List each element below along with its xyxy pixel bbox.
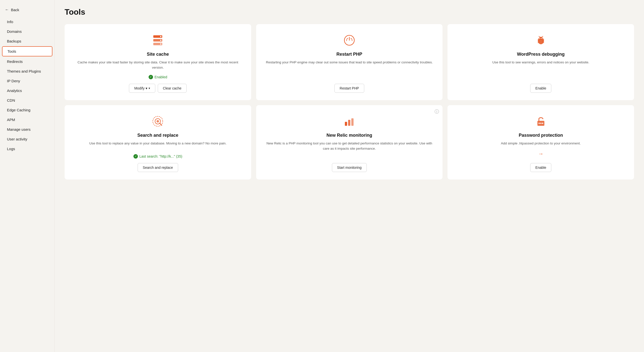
tools-grid: Site cache Cache makes your site load fa…: [64, 24, 634, 179]
sidebar-item-tools[interactable]: Tools: [2, 46, 52, 57]
clear-cache-button[interactable]: Clear cache: [158, 84, 187, 93]
svg-point-21: [156, 120, 159, 123]
svg-line-10: [542, 36, 543, 37]
wp-debugging-actions: Enable: [530, 84, 552, 93]
svg-point-18: [542, 38, 542, 39]
search-replace-desc: Use this tool to replace any value in yo…: [89, 141, 226, 150]
sidebar-item-edge-caching[interactable]: Edge Caching: [2, 105, 52, 115]
new-relic-desc: New Relic is a PHP monitoring tool you c…: [264, 141, 435, 159]
back-arrow-icon: ←: [5, 8, 9, 12]
sidebar-item-info[interactable]: Info: [2, 17, 52, 26]
sidebar-item-redirects[interactable]: Redirects: [2, 57, 52, 66]
site-cache-card: Site cache Cache makes your site load fa…: [64, 24, 251, 100]
arrow-right-icon: →: [538, 151, 544, 157]
restart-php-title: Restart PHP: [336, 52, 362, 57]
site-cache-title: Site cache: [147, 52, 169, 57]
wp-debugging-title: WordPress debugging: [517, 52, 565, 57]
password-protection-actions: Enable: [530, 163, 552, 172]
sidebar-item-cdn[interactable]: CDN: [2, 96, 52, 105]
sidebar-nav: Info Domains Backups Tools Redirects The…: [0, 17, 54, 154]
svg-point-4: [160, 40, 162, 41]
restart-php-desc: Restarting your PHP engine may clear out…: [266, 60, 432, 79]
sidebar-item-backups[interactable]: Backups: [2, 37, 52, 46]
page-title: Tools: [64, 8, 634, 17]
password-protection-icon: [534, 114, 548, 129]
back-button[interactable]: ← Back: [0, 5, 54, 17]
new-relic-card: ⓘ New Relic monitoring New Relic is a PH…: [256, 105, 443, 179]
search-status-check-icon: ✓: [134, 154, 138, 159]
search-replace-card: Search and replace Use this tool to repl…: [64, 105, 251, 179]
svg-point-5: [160, 44, 162, 45]
restart-php-button[interactable]: Restart PHP: [334, 84, 364, 93]
restart-php-icon: [342, 33, 357, 48]
svg-point-28: [540, 123, 542, 124]
search-replace-title: Search and replace: [138, 133, 178, 138]
sidebar-item-user-activity[interactable]: User activity: [2, 135, 52, 144]
new-relic-icon: [342, 114, 357, 129]
svg-rect-24: [348, 120, 350, 126]
sidebar-item-domains[interactable]: Domains: [2, 27, 52, 36]
site-cache-desc: Cache makes your site load faster by sto…: [72, 60, 244, 70]
sidebar-item-analytics[interactable]: Analytics: [2, 86, 52, 95]
start-monitoring-button[interactable]: Start monitoring: [332, 163, 367, 172]
sidebar-item-themes-plugins[interactable]: Themes and Plugins: [2, 67, 52, 76]
password-protection-title: Password protection: [519, 133, 563, 138]
search-replace-status: ✓ Last search: "http://k..." (35): [134, 154, 182, 159]
svg-point-27: [538, 123, 540, 124]
sidebar-item-apm[interactable]: APM: [2, 115, 52, 124]
wp-debugging-card: WordPress debugging Use this tool to see…: [448, 24, 634, 100]
back-label: Back: [11, 8, 19, 12]
search-replace-icon: [150, 114, 165, 129]
new-relic-actions: Start monitoring: [332, 163, 367, 172]
password-protection-card: Password protection Add simple .htpasswd…: [448, 105, 634, 179]
modify-button[interactable]: Modify ▾: [129, 84, 155, 93]
wp-debugging-icon: [534, 33, 548, 48]
wp-debugging-desc: Use this tool to see warnings, errors an…: [492, 60, 589, 79]
svg-rect-23: [345, 122, 347, 126]
restart-php-card: Restart PHP Restarting your PHP engine m…: [256, 24, 443, 100]
svg-point-3: [160, 36, 162, 37]
search-replace-button[interactable]: Search and replace: [138, 163, 178, 172]
svg-rect-25: [351, 118, 354, 126]
sidebar-item-manage-users[interactable]: Manage users: [2, 125, 52, 134]
restart-php-actions: Restart PHP: [334, 84, 364, 93]
site-cache-icon: [150, 33, 165, 48]
new-relic-title: New Relic monitoring: [326, 133, 372, 138]
info-circle-icon[interactable]: ⓘ: [434, 109, 439, 115]
main-content: Tools Site cache Cache makes your site l…: [55, 0, 644, 352]
password-protection-desc: Add simple .htpasswd protection to your …: [501, 141, 581, 146]
wp-debugging-enable-button[interactable]: Enable: [530, 84, 552, 93]
svg-line-9: [539, 36, 540, 37]
sidebar: ← Back Info Domains Backups Tools Redire…: [0, 0, 55, 352]
site-cache-status: ✓ Enabled: [148, 75, 167, 79]
svg-point-29: [542, 123, 543, 124]
site-cache-actions: Modify ▾ Clear cache: [129, 84, 186, 93]
enabled-check-icon: ✓: [148, 75, 153, 79]
password-protection-enable-button[interactable]: Enable: [530, 163, 552, 172]
sidebar-item-ip-deny[interactable]: IP Deny: [2, 76, 52, 86]
sidebar-item-logs[interactable]: Logs: [2, 144, 52, 153]
search-replace-actions: Search and replace: [138, 163, 178, 172]
svg-point-17: [540, 38, 540, 39]
